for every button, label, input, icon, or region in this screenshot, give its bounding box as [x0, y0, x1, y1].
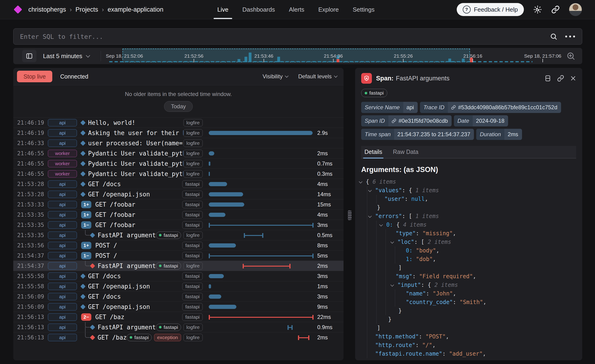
link-icon[interactable] — [392, 119, 396, 123]
log-row[interactable]: 21:56:09 api GET /openapi.json fastapi 9… — [13, 301, 344, 312]
row-duration: 3ms — [313, 293, 344, 300]
split-view-icon[interactable] — [545, 75, 551, 82]
expand-collapse-chip[interactable]: 1+ — [81, 211, 91, 219]
log-row[interactable]: 21:55:58 api GET /openapi.json fastapi 1… — [13, 281, 344, 291]
log-row[interactable]: 21:53:35 api FastAPI arguments fastapilo… — [13, 230, 344, 240]
log-row[interactable]: 21:46:55 worker Pydantic User validate_p… — [13, 158, 344, 169]
expand-collapse-chip[interactable]: 1+ — [81, 242, 91, 249]
timeline-plot[interactable]: Sep 18, 21:52:0621:52:5621:53:4621:54:36… — [107, 48, 567, 64]
row-duration: 2ms — [313, 334, 344, 341]
timeline-selection[interactable] — [122, 49, 470, 62]
collapse-chevron-icon[interactable] — [359, 180, 363, 184]
service-badge[interactable]: worker — [48, 160, 77, 167]
log-row[interactable]: 21:53:35 api 1+GET /foobar fastapi 4ms — [13, 209, 344, 220]
log-row[interactable]: 21:56:13 api FastAPI arguments fastapilo… — [13, 322, 344, 332]
breadcrumb-item[interactable]: Projects — [76, 6, 98, 13]
log-row[interactable]: 21:55:58 api GET /docs fastapi 3ms — [13, 271, 344, 281]
share-link-icon[interactable] — [551, 5, 560, 14]
tab-dashboards[interactable]: Dashboards — [235, 0, 282, 19]
span-diamond-icon — [80, 161, 86, 166]
service-badge[interactable]: api — [48, 293, 77, 300]
service-badge[interactable]: api — [48, 262, 77, 270]
detail-tab-raw-data[interactable]: Raw Data — [393, 149, 418, 158]
service-badge[interactable]: api — [48, 129, 77, 137]
close-icon[interactable] — [570, 75, 576, 81]
log-row[interactable]: 21:54:37 api FastAPI arguments fastapilo… — [13, 261, 344, 271]
breadcrumb-item[interactable]: example-application — [108, 6, 163, 13]
visibility-dropdown[interactable]: Visibility — [263, 73, 288, 80]
service-badge[interactable]: api — [48, 334, 77, 341]
log-row[interactable]: 21:46:19 api Asking the user for their b… — [13, 128, 344, 138]
service-badge[interactable]: api — [48, 272, 77, 280]
row-time: 21:54:37 — [17, 252, 45, 259]
row-duration: 22ms — [313, 314, 344, 320]
log-row[interactable]: 21:46:55 worker Pydantic User validate_p… — [13, 148, 344, 158]
row-time: 21:46:55 — [17, 150, 45, 157]
log-row[interactable]: 21:56:13 api 2−GET /baz fastapi 22ms — [13, 312, 344, 322]
sidebar-toggle-button[interactable] — [22, 50, 36, 62]
service-badge[interactable]: worker — [48, 170, 77, 178]
log-row[interactable]: 21:53:35 api 1−GET /foobar fastapi 3ms — [13, 220, 344, 230]
tab-alerts[interactable]: Alerts — [282, 0, 311, 19]
today-button[interactable]: Today — [164, 101, 192, 112]
sql-filter-input[interactable] — [20, 33, 550, 40]
service-badge[interactable]: api — [48, 242, 77, 249]
service-badge[interactable]: api — [48, 119, 77, 127]
log-row[interactable]: 21:56:09 api GET /docs fastapi 3ms — [13, 291, 344, 301]
service-badge[interactable]: api — [48, 313, 77, 321]
tab-explore[interactable]: Explore — [311, 0, 346, 19]
expand-collapse-chip[interactable]: 1− — [81, 252, 91, 259]
service-badge[interactable]: api — [48, 180, 77, 188]
service-badge[interactable]: api — [48, 201, 77, 208]
copy-link-icon[interactable] — [557, 75, 564, 82]
detail-tab-details[interactable]: Details — [364, 149, 382, 158]
collapse-chevron-icon[interactable] — [390, 283, 394, 287]
search-icon[interactable] — [550, 33, 557, 40]
indent-guide — [367, 315, 367, 324]
duration-bar — [209, 172, 210, 176]
zoom-in-icon[interactable] — [567, 52, 575, 60]
service-badge[interactable]: api — [48, 303, 77, 311]
feedback-help-button[interactable]: ? Feedback / Help — [457, 3, 524, 16]
log-row[interactable]: 21:46:55 worker Pydantic User validate_p… — [13, 169, 344, 179]
log-row[interactable]: 21:53:33 api 1+GET /foobar fastapi 15ms — [13, 199, 344, 209]
service-badge[interactable]: api — [48, 139, 77, 147]
service-badge[interactable]: api — [48, 231, 77, 239]
default-levels-dropdown[interactable]: Default levels — [298, 73, 337, 80]
panel-resize-handle[interactable] — [348, 210, 351, 220]
user-avatar[interactable] — [569, 3, 582, 16]
service-badge[interactable]: worker — [48, 150, 77, 157]
service-badge[interactable]: api — [48, 221, 77, 229]
log-row[interactable]: 21:46:33 api user processed: User(name='… — [13, 138, 344, 148]
collapse-chevron-icon[interactable] — [368, 214, 372, 218]
time-range-label: Last 5 minutes — [43, 52, 82, 60]
theme-toggle-icon[interactable] — [533, 5, 542, 14]
logfire-logo-icon[interactable] — [14, 5, 22, 14]
service-badge[interactable]: api — [48, 324, 77, 331]
service-badge[interactable]: api — [48, 211, 77, 219]
stop-live-button[interactable]: Stop live — [17, 71, 52, 82]
expand-collapse-chip[interactable]: 1+ — [81, 201, 91, 208]
log-row[interactable]: 21:54:37 api 1−POST / fastapi 5ms — [13, 250, 344, 261]
log-row[interactable]: 21:53:56 api 1+POST / fastapi 8ms — [13, 240, 344, 250]
tab-live[interactable]: Live — [210, 0, 235, 19]
service-badge[interactable]: api — [48, 283, 77, 290]
collapse-chevron-icon[interactable] — [390, 240, 394, 244]
service-badge[interactable]: api — [48, 252, 77, 259]
log-row[interactable]: 21:46:19 api Hello, world! logfire — [13, 117, 344, 128]
row-message: Asking the user for their birt — [88, 129, 183, 136]
log-row[interactable]: 21:53:28 api GET /docs fastapi 4ms — [13, 179, 344, 189]
time-range-dropdown[interactable]: Last 5 minutes — [43, 48, 90, 64]
collapse-chevron-icon[interactable] — [379, 223, 383, 227]
more-options-icon[interactable] — [565, 36, 575, 37]
breadcrumb-item[interactable]: christophergs — [28, 6, 66, 13]
expand-collapse-chip[interactable]: 1− — [81, 221, 91, 229]
log-row[interactable]: 21:56:13 api GET /baz (fo fastapiexcepti… — [13, 332, 344, 343]
collapse-chevron-icon[interactable] — [368, 188, 372, 192]
link-icon[interactable] — [451, 105, 456, 110]
log-row[interactable]: 21:53:28 api GET /openapi.json fastapi 1… — [13, 189, 344, 199]
row-bar-cell — [209, 302, 313, 312]
service-badge[interactable]: api — [48, 191, 77, 198]
tab-settings[interactable]: Settings — [346, 0, 382, 19]
expand-collapse-chip[interactable]: 2− — [81, 313, 91, 321]
